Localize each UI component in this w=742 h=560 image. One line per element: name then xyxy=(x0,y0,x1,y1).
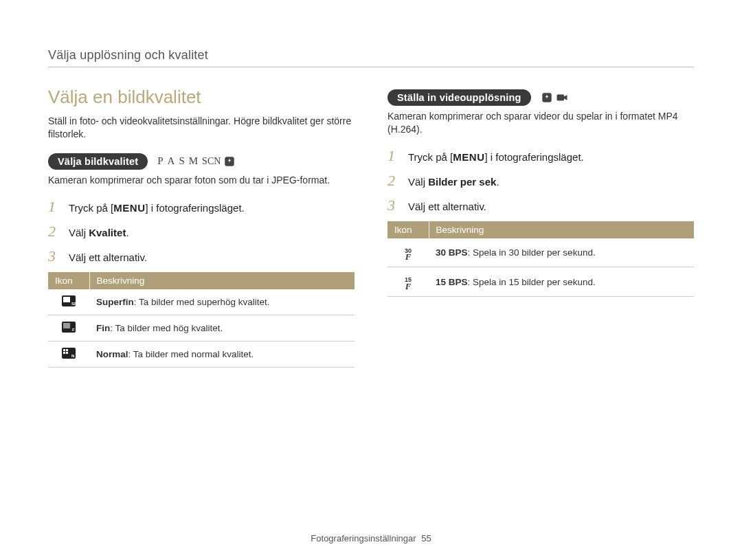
mode-m: M xyxy=(189,155,199,167)
table-row: 30F 30 BPS: Spela in 30 bilder per sekun… xyxy=(387,238,694,267)
svg-rect-2 xyxy=(63,297,70,302)
pill-photo-quality: Välja bildkvalitet xyxy=(48,153,148,170)
table-row: F Fin: Ta bilder med hög kvalitet. xyxy=(48,315,355,341)
step-num: 1 xyxy=(387,147,400,165)
page-number: 55 xyxy=(421,533,431,544)
page-header: Välja upplösning och kvalitet xyxy=(48,48,694,67)
step-2-right: 2 Välj Bilder per sek. xyxy=(387,172,694,190)
fps-15-icon: 15F xyxy=(405,278,412,290)
svg-rect-8 xyxy=(63,349,65,351)
table-row: SF Superfin: Ta bilder med superhög kval… xyxy=(48,289,355,315)
left-subtext: Kameran komprimerar och sparar foton som… xyxy=(48,174,355,187)
svg-rect-11 xyxy=(66,352,68,354)
mode-a: A xyxy=(168,155,177,167)
svg-rect-9 xyxy=(66,349,68,351)
th-icon: Ikon xyxy=(387,221,429,238)
step-num: 3 xyxy=(387,197,400,214)
step-num: 2 xyxy=(387,172,400,190)
right-column: Ställa in videoupplösning Kameran kompri… xyxy=(387,87,694,368)
right-steps: 1 Tryck på [MENU] i fotograferingsläget.… xyxy=(387,147,694,214)
footer-section: Fotograferingsinställningar xyxy=(311,533,416,544)
table-row: N Normal: Ta bilder med normal kvalitet. xyxy=(48,341,355,367)
superfine-icon: SF xyxy=(62,295,76,306)
step-text: Välj Bilder per sek. xyxy=(408,175,499,189)
th-desc: Beskrivning xyxy=(429,221,694,238)
video-icon xyxy=(556,91,568,104)
step-text: Tryck på [MENU] i fotograferingsläget. xyxy=(408,150,584,164)
step-text: Tryck på [MENU] i fotograferingsläget. xyxy=(69,201,245,215)
step-1-left: 1 Tryck på [MENU] i fotograferingsläget. xyxy=(48,198,355,216)
mode-indicators-left: P A S M SCN xyxy=(157,155,236,168)
th-icon: Ikon xyxy=(48,272,89,289)
magic-icon xyxy=(541,91,553,104)
step-2-left: 2 Välj Kvalitet. xyxy=(48,223,355,240)
step-text: Välj ett alternativ. xyxy=(408,199,486,214)
left-column: Välja en bildkvalitet Ställ in foto- och… xyxy=(48,87,355,368)
step-text: Välj ett alternativ. xyxy=(69,250,147,265)
step-3-right: 3 Välj ett alternativ. xyxy=(387,197,694,214)
fine-icon: F xyxy=(62,322,76,333)
svg-rect-5 xyxy=(63,323,70,328)
step-num: 1 xyxy=(48,198,60,216)
intro-text: Ställ in foto- och videokvalitetsinställ… xyxy=(48,115,355,141)
photo-quality-table: Ikon Beskrivning SF Superfin: Ta bilder … xyxy=(48,272,355,368)
mode-scn: SCN xyxy=(202,156,221,167)
svg-rect-14 xyxy=(556,95,564,101)
mode-indicators-right xyxy=(541,91,568,104)
table-row: 15F 15 BPS: Spela in 15 bilder per sekun… xyxy=(387,267,694,297)
step-num: 2 xyxy=(48,223,60,240)
step-1-right: 1 Tryck på [MENU] i fotograferingsläget. xyxy=(387,147,694,165)
step-num: 3 xyxy=(48,247,60,265)
svg-rect-10 xyxy=(63,352,65,354)
left-steps: 1 Tryck på [MENU] i fotograferingsläget.… xyxy=(48,198,355,265)
menu-button-label: MENU xyxy=(113,201,145,215)
main-title: Välja en bildkvalitet xyxy=(48,87,355,108)
pill-video-resolution: Ställa in videoupplösning xyxy=(387,89,531,106)
mode-p: P xyxy=(157,155,164,167)
fps-30-icon: 30F xyxy=(405,249,412,261)
video-fps-table: Ikon Beskrivning 30F 30 BPS: Spela in 30… xyxy=(387,221,694,297)
mode-s: S xyxy=(179,155,186,167)
th-desc: Beskrivning xyxy=(89,272,355,289)
normal-icon: N xyxy=(62,348,76,359)
svg-text:SF: SF xyxy=(71,302,76,306)
right-subtext: Kameran komprimerar och sparar videor du… xyxy=(387,110,694,136)
svg-text:F: F xyxy=(72,328,75,332)
menu-button-label: MENU xyxy=(453,150,484,164)
step-text: Välj Kvalitet. xyxy=(69,225,129,240)
step-3-left: 3 Välj ett alternativ. xyxy=(48,247,355,265)
svg-text:N: N xyxy=(71,354,74,358)
page-footer: Fotograferingsinställningar 55 xyxy=(0,533,742,544)
magic-icon xyxy=(223,155,236,168)
